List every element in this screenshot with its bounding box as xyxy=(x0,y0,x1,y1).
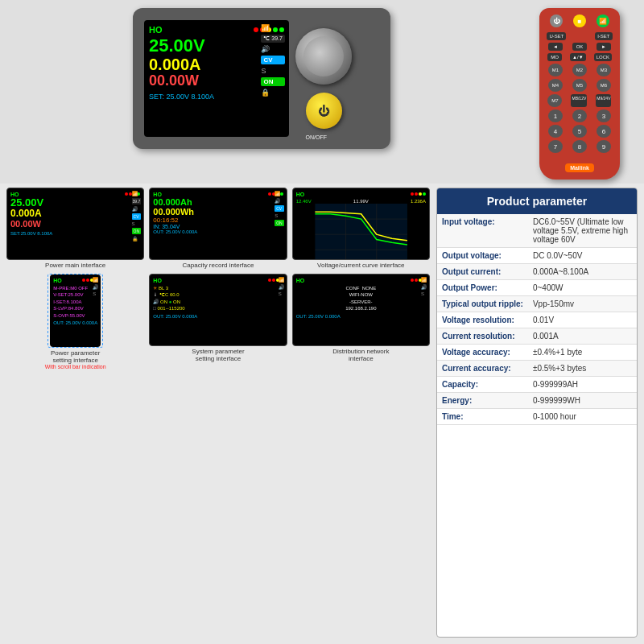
remote-m2-btn[interactable]: M2 xyxy=(572,64,587,76)
param-row: Voltage accuracy:±0.4%+1 byte xyxy=(437,345,637,361)
remote-row-uset-iset: U-SET I-SET xyxy=(544,32,615,40)
s2-header: HO xyxy=(153,192,283,197)
s5-line4: □ 001--115200 xyxy=(153,305,283,312)
s5-header: HO xyxy=(153,278,283,283)
remote-row-1-3: 1 2 3 xyxy=(544,109,615,122)
remote-updown-btn[interactable]: ▲/▼ xyxy=(570,53,586,61)
device-right: ⏻ ON/OFF xyxy=(295,28,352,129)
remote-logo-text: Mailink xyxy=(565,163,594,172)
remote-6-btn[interactable]: 6 xyxy=(597,125,611,138)
s4-dot1 xyxy=(82,279,85,282)
param-label: Output Power: xyxy=(437,280,528,296)
param-label: Output current: xyxy=(437,264,528,280)
s2-cv: CV xyxy=(275,205,284,212)
remote-7-btn[interactable]: 7 xyxy=(548,140,563,153)
param-label: Capacity: xyxy=(437,377,528,393)
s4-out: OUT: 25.00V 0.000A xyxy=(53,320,97,325)
param-label: Current resolution: xyxy=(437,328,528,345)
remote-top-buttons: ⏻ ■ 📶 xyxy=(544,14,615,27)
remote-right-btn[interactable]: ► xyxy=(597,43,611,51)
param-value: DC 0.0V~50V xyxy=(528,248,637,264)
s3-dot1 xyxy=(411,192,414,196)
remote-5-btn[interactable]: 5 xyxy=(572,125,587,138)
remote-m7-btn[interactable]: M7 xyxy=(547,94,562,107)
remote-1-btn[interactable]: 1 xyxy=(548,109,563,122)
remote-3-btn[interactable]: 3 xyxy=(597,109,611,122)
remote-2-btn[interactable]: 2 xyxy=(572,109,587,122)
s2-ah: 00.000Ah xyxy=(153,197,283,207)
screen3-curve: HO 12.46V 11.99V 1.236A xyxy=(292,188,430,260)
remote-uset-btn[interactable]: U-SET xyxy=(547,32,566,40)
s5-line1: ☀ BL 3 xyxy=(153,285,283,291)
s3-dot3 xyxy=(419,192,422,196)
param-value: 0.01V xyxy=(528,312,637,328)
remote-m924-btn[interactable]: M9/24V xyxy=(596,94,611,107)
param-value: 0-1000 hour xyxy=(528,409,637,425)
s1-s: S xyxy=(132,221,142,226)
remote-iset-btn[interactable]: I-SET xyxy=(595,32,612,40)
remote-row-m7-m9: M7 MB/12V M9/24V xyxy=(544,94,615,107)
s2-right-icons: 📶 🔊 CV S ON xyxy=(275,191,284,226)
s6-ho: HO xyxy=(296,278,305,283)
s4-line4: S-LVP:84.80V xyxy=(53,305,97,312)
remote-m3-btn[interactable]: M3 xyxy=(597,64,611,76)
remote-mo-btn[interactable]: MO xyxy=(547,53,562,61)
s6-vol: 🔊 xyxy=(421,284,427,290)
s4-wifi: 📶 xyxy=(93,277,98,283)
s6-lines: CONF NONE WIFI-NOW -SERVER- 192.168.2.19… xyxy=(296,285,426,312)
temp-display: ℃ 39.7 xyxy=(261,35,285,43)
remote-m6-btn[interactable]: M6 xyxy=(597,79,611,92)
remote-lock-btn[interactable]: LOCK xyxy=(594,53,612,61)
s1-right-icons: 📶 39.7 🔊 CV S ON 🔒 xyxy=(132,191,142,242)
remote-9-btn[interactable]: 9 xyxy=(597,140,611,153)
screen1-wrap: HO 📶 39.7 🔊 CV xyxy=(6,188,144,269)
param-value: 0.000A~8.100A xyxy=(528,264,637,280)
s4-vol: 🔊 xyxy=(93,284,98,290)
s1-label: Power main interface xyxy=(45,262,105,269)
product-parameter-panel: Product parameter Input voltage:DC6.0~55… xyxy=(436,188,638,638)
param-row: Output Power:0~400W xyxy=(437,280,637,296)
param-value: DC6.0~55V (Ultimate low voltage 5.5V, ex… xyxy=(528,214,637,248)
s6-line3: -SERVER- xyxy=(296,299,426,305)
rotary-knob[interactable] xyxy=(295,28,352,85)
s4-right-icons: 📶 🔊 S xyxy=(93,277,98,296)
remote-ok-btn[interactable]: OK xyxy=(572,43,587,51)
param-row: Energy:0-999999WH xyxy=(437,393,637,409)
remote-container: ⏻ ■ 📶 U-SET I-SET ◄ OK ► MO ▲/▼ LO xyxy=(523,8,636,180)
remote-m5-btn[interactable]: M5 xyxy=(572,79,587,92)
screen2-wrap: HO 📶 🔊 CV S xyxy=(149,188,287,269)
s4-s: S xyxy=(93,291,98,296)
device: HO 📶 ℃ 39.7 🔊 CV xyxy=(133,8,390,149)
s5-right-icons: 📶 🔊 S xyxy=(279,277,284,296)
param-row: Output voltage:DC 0.0V~50V xyxy=(437,248,637,264)
remote-wifi-btn[interactable]: 📶 xyxy=(597,14,609,27)
s4-lines: M-PRE:M0 OFF V-SET:25.00V I-SET:8.100A S… xyxy=(53,285,97,319)
s6-right-icons: 📶 🔊 S xyxy=(421,277,427,296)
on-off-label: ON/OFF xyxy=(306,134,327,140)
screen-ho-label: HO xyxy=(149,25,163,35)
remote-m1-btn[interactable]: M1 xyxy=(548,64,563,76)
power-button[interactable]: ⏻ xyxy=(306,93,342,129)
s5-label: System parametersetting interface xyxy=(192,348,244,362)
screen5-wrap: HO 📶 🔊 S xyxy=(149,274,287,369)
s2-s: S xyxy=(275,213,284,218)
remote-yellow-btn[interactable]: ■ xyxy=(573,14,586,27)
scroll-bar-note-text: With scroll bar indication xyxy=(45,364,106,369)
on-badge: ON xyxy=(261,77,285,86)
param-row: Typical output ripple:Vpp-150mv xyxy=(437,296,637,312)
s5-vol: 🔊 xyxy=(279,284,284,290)
remote-left-btn[interactable]: ◄ xyxy=(548,43,563,51)
screen1-power-main: HO 📶 39.7 🔊 CV xyxy=(6,188,144,260)
remote-8-btn[interactable]: 8 xyxy=(572,140,587,153)
product-parameter-table: Input voltage:DC6.0~55V (Ultimate low vo… xyxy=(437,214,637,425)
param-label: Time: xyxy=(437,409,528,425)
volume-icon: 🔊 xyxy=(261,45,285,53)
remote-m4-btn[interactable]: M4 xyxy=(548,79,563,92)
param-value: 0-999999WH xyxy=(528,393,637,409)
remote-power-btn[interactable]: ⏻ xyxy=(550,14,563,27)
remote-4-btn[interactable]: 4 xyxy=(548,125,563,138)
remote-mb12-btn[interactable]: MB/12V xyxy=(571,94,587,107)
product-parameter-title: Product parameter xyxy=(437,188,637,214)
s-icon: S xyxy=(261,67,285,75)
s2-time: 00:16:52 xyxy=(153,217,283,224)
